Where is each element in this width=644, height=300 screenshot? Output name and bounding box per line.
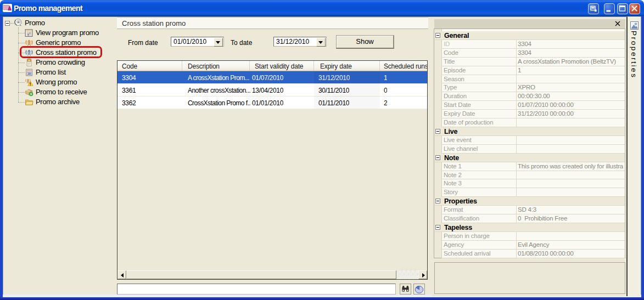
svg-text:10: 10 — [27, 72, 31, 75]
